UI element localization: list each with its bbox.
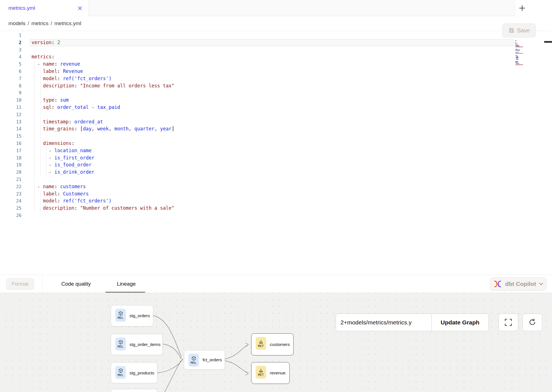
lineage-node-stg_partial[interactable]: MDL <box>111 389 157 392</box>
line-number: 13 <box>0 118 30 126</box>
update-graph-button[interactable]: Update Graph <box>432 314 488 331</box>
line-number: 15 <box>0 133 30 140</box>
tab-code-quality[interactable]: Code quality <box>53 275 99 293</box>
plus-icon[interactable] <box>518 4 526 12</box>
lineage-node-stg_products[interactable]: MDLstg_products <box>111 362 157 383</box>
code-line[interactable]: 25 description: "Number of customers wit… <box>0 205 552 212</box>
metric-icon <box>259 368 263 373</box>
line-number: 23 <box>0 190 30 198</box>
divider <box>42 275 43 293</box>
lineage-node-fct_orders[interactable]: MDLfct_orders <box>184 350 225 370</box>
code-line[interactable]: 22 - name: customers <box>0 183 552 190</box>
line-number: 1 <box>0 32 30 39</box>
refresh-button[interactable] <box>522 314 542 331</box>
metric-icon <box>259 339 263 344</box>
line-number: 25 <box>0 205 30 212</box>
chevron-down-icon <box>539 283 543 285</box>
save-icon <box>508 27 515 34</box>
code-line[interactable]: 11 sql: order_total - tax_paid <box>0 104 552 111</box>
lineage-node-stg_orders[interactable]: MDLstg_orders <box>111 305 153 326</box>
tab-lineage[interactable]: Lineage <box>107 275 145 293</box>
tab-strip-filler <box>89 0 515 16</box>
node-label: stg_products <box>129 371 154 376</box>
code-line[interactable]: 20 - is_drink_order <box>0 169 552 176</box>
code-line[interactable]: 15 <box>0 133 552 140</box>
tab-metrics-yml[interactable]: metrics.yml <box>0 0 89 16</box>
node-label: customers <box>270 342 290 347</box>
model-icon <box>118 368 123 373</box>
node-type-badge: MDL <box>115 366 126 379</box>
line-number: 11 <box>0 104 30 111</box>
save-button[interactable]: Save <box>502 23 536 37</box>
code-line[interactable]: 21 <box>0 176 552 183</box>
lineage-node-customers[interactable]: METcustomers <box>251 333 294 355</box>
model-icon <box>118 311 123 316</box>
code-line[interactable]: 5 - name: revenue <box>0 61 552 68</box>
code-line[interactable]: 12 <box>0 111 552 118</box>
line-number: 9 <box>0 89 30 97</box>
line-number: 7 <box>0 75 30 82</box>
code-line[interactable]: 4metrics: <box>0 53 552 61</box>
breadcrumb: models/metrics/metrics.yml <box>8 20 81 27</box>
code-line[interactable]: 16 dimensions: <box>0 140 552 147</box>
code-line[interactable]: 17 - location_name <box>0 147 552 154</box>
node-type-badge: MET <box>256 337 266 350</box>
code-line[interactable]: 3 <box>0 46 552 54</box>
code-line[interactable]: 19 - is_food_order <box>0 161 552 169</box>
breadcrumb-separator: / <box>49 20 54 26</box>
code-line[interactable]: 1 <box>0 32 552 39</box>
node-type-badge: MDL <box>115 338 126 350</box>
fullscreen-icon <box>505 319 512 326</box>
lineage-node-revenue[interactable]: METrevenue <box>251 362 290 384</box>
line-number: 21 <box>0 176 30 183</box>
line-number: 19 <box>0 161 30 169</box>
breadcrumb-row: models/metrics/metrics.yml <box>0 16 552 31</box>
line-number: 24 <box>0 197 30 205</box>
line-number: 12 <box>0 111 30 118</box>
line-number: 6 <box>0 68 30 75</box>
breadcrumb-item: metrics <box>32 20 49 26</box>
code-editor[interactable]: 12version: 234metrics:5 - name: revenue6… <box>0 31 552 275</box>
code-line[interactable]: 6 label: Revenue <box>0 68 552 75</box>
node-type-badge: MET <box>256 366 266 379</box>
line-number: 18 <box>0 154 30 162</box>
breadcrumb-item: models <box>8 20 25 26</box>
breadcrumb-separator: / <box>25 20 31 26</box>
code-line[interactable]: 14 time_grains: [day, week, month, quart… <box>0 125 552 133</box>
refresh-icon <box>528 318 536 326</box>
lineage-path-input[interactable] <box>336 314 431 331</box>
dbt-copilot-button[interactable]: dbt Copilot <box>490 277 546 291</box>
line-number: 17 <box>0 147 30 154</box>
line-number: 14 <box>0 125 30 133</box>
line-number: 2 <box>0 39 30 46</box>
lineage-canvas[interactable]: MDLstg_ordersMDLstg_order_itemsMDLstg_pr… <box>0 293 552 392</box>
model-icon <box>191 356 196 361</box>
breadcrumb-item: metrics.yml <box>54 20 81 26</box>
code-line[interactable]: 18 - is_first_order <box>0 154 552 162</box>
code-line[interactable]: 23 label: Customers <box>0 190 552 198</box>
line-number: 22 <box>0 183 30 190</box>
line-number: 16 <box>0 140 30 147</box>
dbt-ide-window: metrics.yml models/metrics/metrics.yml S… <box>0 0 552 392</box>
code-line[interactable]: 10 type: sum <box>0 97 552 104</box>
line-number: 5 <box>0 61 30 68</box>
lineage-controls: Update Graph <box>336 314 489 331</box>
code-line[interactable]: 7 model: ref('fct_orders') <box>0 75 552 82</box>
code-line[interactable]: 9 <box>0 89 552 97</box>
close-icon[interactable] <box>78 6 82 11</box>
line-number: 3 <box>0 46 30 54</box>
code-line[interactable]: 26 <box>0 212 552 219</box>
line-number: 10 <box>0 97 30 104</box>
tab-label: metrics.yml <box>8 5 78 11</box>
node-label: stg_orders <box>129 313 150 318</box>
code-line[interactable]: 13 timestamp: ordered_at <box>0 118 552 126</box>
node-label: revenue <box>270 371 285 376</box>
code-line[interactable]: 2version: 2 <box>0 39 552 46</box>
minimap[interactable] <box>515 39 532 66</box>
lineage-node-stg_order_items[interactable]: MDLstg_order_items <box>111 334 163 355</box>
node-label: fct_orders <box>203 357 222 362</box>
code-line[interactable]: 24 model: ref('fct_orders') <box>0 197 552 205</box>
format-button[interactable]: Format <box>6 278 34 290</box>
fullscreen-button[interactable] <box>498 314 518 331</box>
code-line[interactable]: 8 description: "Income from all orders l… <box>0 82 552 90</box>
